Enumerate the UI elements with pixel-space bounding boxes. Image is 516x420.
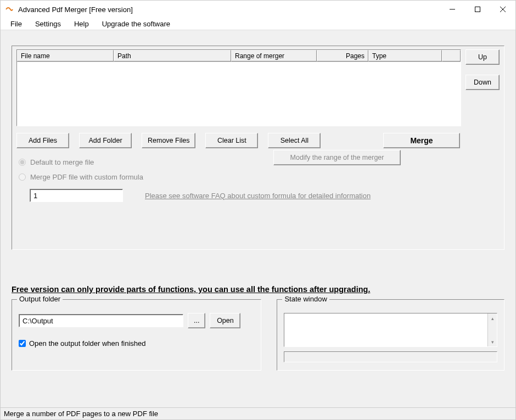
browse-button[interactable]: ... bbox=[188, 313, 205, 328]
app-icon bbox=[5, 5, 14, 14]
upgrade-notice: Free version can only provide parts of f… bbox=[12, 285, 504, 294]
radio-custom-label: Merge PDF file with custom formula bbox=[30, 173, 143, 181]
window-title: Advanced Pdf Merger [Free version] bbox=[18, 5, 440, 14]
radio-default-merge[interactable] bbox=[19, 159, 26, 166]
menubar: File Settings Help Upgrade the software bbox=[1, 18, 515, 30]
file-panel: File name Path Range of merger Pages Typ… bbox=[12, 46, 504, 250]
statusbar: Merge a number of PDF pages to a new PDF… bbox=[1, 407, 515, 419]
col-type[interactable]: Type bbox=[368, 50, 442, 61]
merge-button[interactable]: Merge bbox=[383, 133, 460, 148]
list-body[interactable] bbox=[17, 62, 461, 126]
add-files-button[interactable]: Add Files bbox=[16, 133, 69, 148]
col-pages[interactable]: Pages bbox=[317, 50, 368, 61]
list-header: File name Path Range of merger Pages Typ… bbox=[17, 50, 461, 62]
col-filename[interactable]: File name bbox=[17, 50, 114, 61]
add-folder-button[interactable]: Add Folder bbox=[79, 133, 132, 148]
formula-input[interactable] bbox=[30, 189, 123, 202]
menu-help[interactable]: Help bbox=[69, 19, 94, 29]
up-button[interactable]: Up bbox=[465, 49, 500, 65]
menu-upgrade[interactable]: Upgrade the software bbox=[97, 19, 176, 29]
minimize-button[interactable] bbox=[440, 1, 465, 18]
open-when-finished-checkbox[interactable] bbox=[19, 340, 26, 347]
col-range[interactable]: Range of merger bbox=[231, 50, 317, 61]
down-button[interactable]: Down bbox=[465, 75, 500, 90]
faq-link[interactable]: Please see software FAQ about custom for… bbox=[145, 192, 371, 200]
state-legend: State window bbox=[282, 295, 329, 303]
col-path[interactable]: Path bbox=[114, 50, 231, 61]
titlebar: Advanced Pdf Merger [Free version] bbox=[1, 1, 515, 18]
state-text[interactable]: ▴ ▾ bbox=[284, 313, 497, 347]
state-scrollbar[interactable]: ▴ ▾ bbox=[487, 313, 497, 346]
output-folder-group: Output folder ... Open Open the output f… bbox=[12, 299, 261, 371]
open-button[interactable]: Open bbox=[210, 313, 240, 328]
output-legend: Output folder bbox=[17, 295, 63, 303]
file-list[interactable]: File name Path Range of merger Pages Typ… bbox=[16, 49, 461, 126]
output-path-input[interactable] bbox=[19, 314, 183, 327]
svg-rect-1 bbox=[475, 7, 480, 12]
menu-file[interactable]: File bbox=[5, 19, 27, 29]
menu-settings[interactable]: Settings bbox=[30, 19, 66, 29]
radio-default-label: Default to merge file bbox=[30, 158, 94, 166]
remove-files-button[interactable]: Remove Files bbox=[142, 133, 195, 148]
scroll-up-icon[interactable]: ▴ bbox=[488, 313, 497, 323]
maximize-button[interactable] bbox=[465, 1, 490, 18]
open-when-finished-label: Open the output folder when finished bbox=[29, 339, 145, 348]
select-all-button[interactable]: Select All bbox=[268, 133, 321, 148]
state-window-group: State window ▴ ▾ bbox=[277, 299, 504, 371]
modify-range-button[interactable]: Modify the range of the merger bbox=[273, 150, 401, 165]
radio-custom-formula[interactable] bbox=[19, 173, 26, 181]
close-button[interactable] bbox=[490, 1, 515, 18]
clear-list-button[interactable]: Clear List bbox=[205, 133, 258, 148]
col-spacer bbox=[442, 50, 461, 61]
scroll-down-icon[interactable]: ▾ bbox=[488, 337, 497, 346]
status-text: Merge a number of PDF pages to a new PDF… bbox=[4, 410, 158, 418]
state-progress bbox=[284, 351, 497, 362]
